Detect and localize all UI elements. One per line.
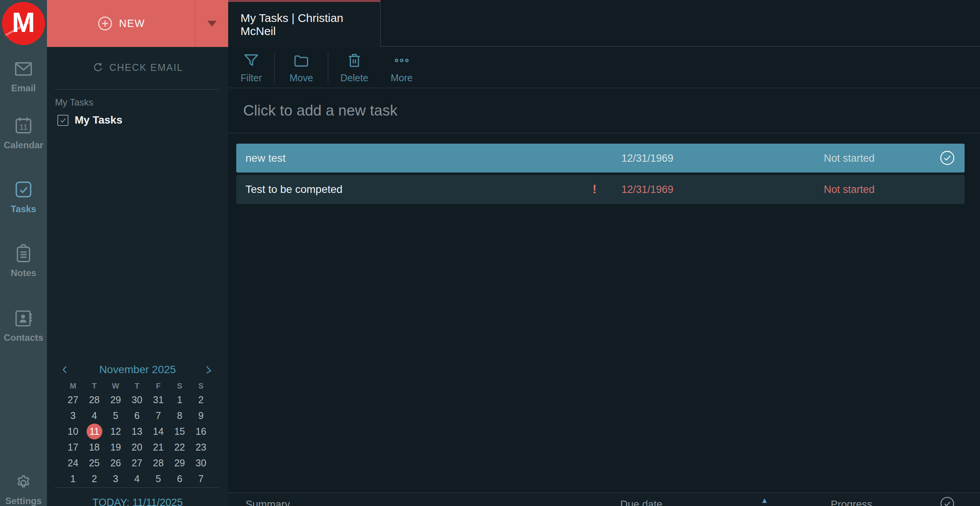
new-button[interactable]: NEW — [47, 0, 195, 47]
calendar-day[interactable]: 4 — [126, 471, 147, 487]
sidebar-item-label: Email — [11, 83, 36, 94]
calendar-day[interactable]: 25 — [83, 455, 105, 471]
sidebar-item-label: Calendar — [4, 140, 43, 151]
calendar-day[interactable]: 1 — [169, 392, 190, 408]
complete-task-icon[interactable] — [940, 150, 955, 166]
calendar-day[interactable]: 2 — [190, 392, 212, 408]
calendar-day[interactable]: 29 — [105, 392, 126, 408]
calendar-day[interactable]: 29 — [169, 455, 190, 471]
add-task-input[interactable]: Click to add a new task — [228, 88, 980, 133]
calendar-day-today[interactable]: 11 — [83, 424, 105, 439]
calendar-day[interactable]: 21 — [148, 439, 169, 455]
calendar-day-header: S — [169, 380, 190, 392]
delete-button[interactable]: Delete — [328, 47, 381, 88]
sidebar-item-label: Notes — [11, 268, 37, 278]
calendar-day[interactable]: 4 — [83, 408, 105, 424]
calendar-day[interactable]: 9 — [190, 408, 212, 424]
calendar-day[interactable]: 5 — [148, 471, 169, 487]
more-button[interactable]: More — [381, 47, 423, 88]
calendar-day[interactable]: 14 — [148, 424, 169, 439]
sidebar-item-notes[interactable]: Notes — [0, 243, 47, 278]
tab-strip — [381, 0, 980, 47]
due-date-column-label[interactable]: Due date — [620, 499, 663, 506]
move-label: Move — [289, 72, 313, 84]
new-button-label: NEW — [119, 18, 145, 30]
calendar-day[interactable]: 15 — [169, 424, 190, 439]
tab-my-tasks[interactable]: My Tasks | Christian McNeil — [228, 0, 381, 47]
calendar-day[interactable]: 6 — [169, 471, 190, 487]
chevron-right-icon[interactable] — [205, 364, 211, 375]
calendar-day[interactable]: 12 — [105, 424, 126, 439]
tab-title: My Tasks | Christian McNeil — [240, 12, 380, 38]
envelope-icon — [13, 59, 34, 79]
calendar-day-header: F — [148, 380, 169, 392]
main-area: My Tasks | Christian McNeil Filter Move — [228, 0, 980, 506]
sidebar-item-contacts[interactable]: Contacts — [0, 308, 47, 343]
task-status: Not started — [824, 184, 875, 196]
move-button[interactable]: Move — [275, 47, 328, 88]
sidebar-item-tasks[interactable]: Tasks — [0, 179, 47, 214]
calendar-day[interactable]: 26 — [105, 455, 126, 471]
calendar-day[interactable]: 19 — [105, 439, 126, 455]
today-link[interactable]: TODAY: 11/11/2025 — [47, 497, 228, 506]
sidebar-item-email[interactable]: Email — [0, 59, 47, 94]
calendar-day[interactable]: 20 — [126, 439, 147, 455]
sidebar-item-calendar[interactable]: 11 Calendar — [0, 115, 47, 151]
app-logo[interactable]: M mywisemedia.com — [2, 2, 45, 45]
mini-calendar-title[interactable]: November 2025 — [47, 364, 228, 376]
calendar-day[interactable]: 5 — [105, 408, 126, 424]
calendar-day[interactable]: 2 — [83, 471, 105, 487]
calendar-day[interactable]: 16 — [190, 424, 212, 439]
calendar-day[interactable]: 3 — [105, 471, 126, 487]
calendar-day[interactable]: 18 — [83, 439, 105, 455]
calendar-day[interactable]: 6 — [126, 408, 147, 424]
calendar-day[interactable]: 28 — [148, 455, 169, 471]
sidebar-item-settings[interactable]: Settings — [0, 474, 47, 506]
calendar-day-header: M — [62, 380, 83, 392]
complete-column-icon[interactable] — [940, 496, 955, 506]
new-dropdown-button[interactable] — [195, 0, 228, 47]
summary-column-label[interactable]: Summary — [245, 499, 290, 506]
sidebar-item-label: Settings — [5, 496, 42, 506]
check-email-button[interactable]: CHECK EMAIL — [47, 57, 228, 78]
logo-letter: M — [12, 8, 35, 36]
app-icon-sidebar: M mywisemedia.com Email 11 Calendar Task… — [0, 0, 47, 506]
sidebar-item-label: Tasks — [11, 204, 36, 214]
calendar-day[interactable]: 7 — [190, 471, 212, 487]
calendar-day[interactable]: 8 — [169, 408, 190, 424]
calendar-day[interactable]: 23 — [190, 439, 212, 455]
task-row[interactable]: Test to be competed ! 12/31/1969 Not sta… — [236, 175, 965, 204]
svg-text:11: 11 — [19, 122, 28, 131]
folder-icon — [292, 52, 310, 69]
calendar-day[interactable]: 31 — [148, 392, 169, 408]
calendar-day[interactable]: 10 — [62, 424, 83, 439]
calendar-day[interactable]: 7 — [148, 408, 169, 424]
filter-button[interactable]: Filter — [228, 47, 274, 88]
checkbox-checked-icon — [57, 114, 69, 126]
check-square-icon — [13, 179, 34, 200]
calendar-day[interactable]: 27 — [62, 392, 83, 408]
sort-arrow-icon[interactable]: ▲ — [761, 496, 768, 505]
delete-label: Delete — [341, 72, 368, 84]
calendar-day[interactable]: 30 — [190, 455, 212, 471]
mini-calendar-nav: November 2025 — [47, 361, 228, 378]
task-due-date: 12/31/1969 — [621, 152, 673, 164]
calendar-day[interactable]: 22 — [169, 439, 190, 455]
folder-tree-item-my-tasks[interactable]: My Tasks — [57, 114, 122, 126]
calendar-day[interactable]: 1 — [62, 471, 83, 487]
folder-panel: NEW CHECK EMAIL My Tasks My Tasks — [47, 0, 228, 506]
calendar-day[interactable]: 30 — [126, 392, 147, 408]
calendar-day[interactable]: 17 — [62, 439, 83, 455]
address-book-icon — [13, 308, 34, 329]
calendar-day[interactable]: 27 — [126, 455, 147, 471]
new-button-bar: NEW — [47, 0, 228, 47]
calendar-day[interactable]: 24 — [62, 455, 83, 471]
calendar-day[interactable]: 13 — [126, 424, 147, 439]
progress-column-label[interactable]: Progress — [831, 499, 872, 506]
detail-panel-header: Summary Due date ▲ Progress — [228, 493, 980, 506]
caret-down-icon — [207, 21, 217, 27]
gear-icon — [14, 474, 33, 492]
calendar-day[interactable]: 28 — [83, 392, 105, 408]
calendar-day[interactable]: 3 — [62, 408, 83, 424]
task-row-selected[interactable]: new test 12/31/1969 Not started — [236, 144, 965, 173]
